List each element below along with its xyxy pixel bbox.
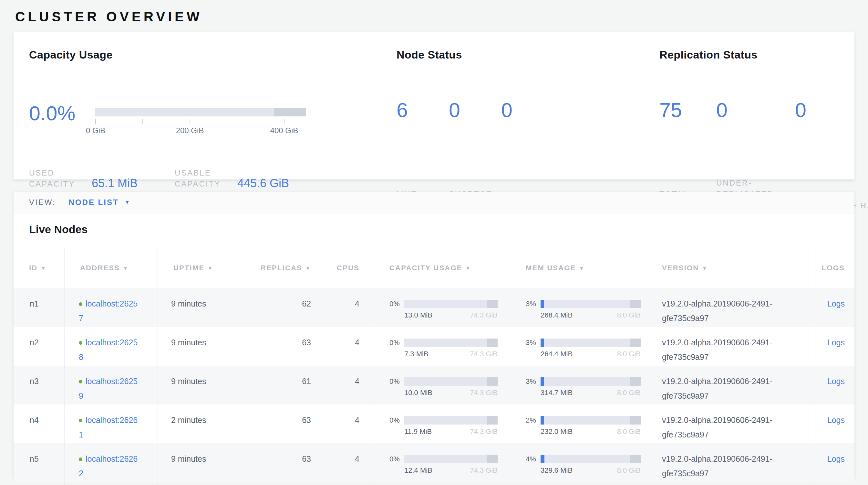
- capacity-bar-cap: [487, 377, 498, 386]
- capacity-gauge-bar-cap: [274, 108, 306, 116]
- capacity-bar: [404, 339, 498, 347]
- table-row: n4 localhost:26261 2 minutes 63 4 0% 11.…: [13, 404, 855, 443]
- node-id-cell: n4: [13, 404, 65, 443]
- mem-bar-cap: [630, 300, 641, 308]
- node-table-header: ID▼ ADDRESS▼ UPTIME▼ REPLICAS▼ CPUS CAPA…: [13, 248, 855, 288]
- sort-desc-icon: ▼: [123, 265, 128, 271]
- node-uptime-cell: 9 minutes: [158, 366, 236, 404]
- node-capacity-usage-cell: 0% 12.4 MiB 74.3 GiB: [374, 443, 510, 482]
- mem-bar: [540, 455, 641, 463]
- column-header-capacity-usage[interactable]: CAPACITY USAGE▼: [374, 248, 510, 288]
- mem-percent: 3%: [526, 296, 540, 311]
- node-logs-cell: Logs: [815, 404, 855, 443]
- node-replicas-cell: 62: [236, 288, 322, 327]
- node-status-title: Node Status: [397, 49, 655, 61]
- column-header-uptime[interactable]: UPTIME▼: [158, 248, 236, 288]
- live-nodes-title: Live Nodes: [29, 223, 855, 236]
- logs-link[interactable]: Logs: [827, 338, 845, 347]
- mem-used-label: 268.4 MiB: [540, 310, 572, 320]
- node-live-dot-icon: [79, 341, 82, 345]
- gauge-tick: [95, 119, 96, 124]
- mem-bar-fill: [540, 416, 544, 425]
- mem-max-label: 8.0 GiB: [617, 427, 641, 436]
- node-status-section: Node Status 6 LIVE NODES 0 SUSPECT NODES…: [397, 49, 655, 61]
- node-address-link[interactable]: localhost:26261: [79, 416, 137, 439]
- table-row: n2 localhost:26258 9 minutes 63 4 0% 7.3…: [13, 327, 855, 366]
- view-dropdown-value[interactable]: NODE LIST: [69, 198, 119, 207]
- sort-desc-icon: ▼: [702, 265, 708, 271]
- suspect-nodes-value: 0: [449, 98, 501, 121]
- node-address-cell: localhost:26261: [65, 404, 158, 443]
- used-capacity-value: 65.1 MiB: [92, 177, 137, 190]
- capacity-percent: 0%: [390, 452, 404, 466]
- node-version-cell: v19.2.0-alpha.20190606-2491-gfe735c9a97: [652, 327, 815, 366]
- node-address-link[interactable]: localhost:26262: [79, 454, 137, 478]
- capacity-used-label: 13.0 MiB: [404, 310, 432, 320]
- mem-max-label: 8.0 GiB: [617, 310, 641, 320]
- node-id-cell: n1: [13, 288, 65, 327]
- node-uptime-cell: 9 minutes: [158, 327, 236, 366]
- capacity-bar-cap: [487, 300, 498, 308]
- node-capacity-usage-cell: 0% 10.0 MiB 74.3 GiB: [374, 366, 510, 404]
- column-header-version[interactable]: VERSION▼: [652, 248, 815, 288]
- usable-capacity-stat: USABLE CAPACITY 445.6 GiB: [175, 168, 289, 190]
- logs-link[interactable]: Logs: [827, 454, 845, 463]
- capacity-bar: [404, 300, 498, 308]
- column-header-replicas[interactable]: REPLICAS▼: [236, 248, 322, 288]
- mem-bar-fill: [540, 455, 545, 463]
- capacity-bar: [404, 455, 498, 463]
- capacity-usage-section: Capacity Usage 0.0% 0 GiB 200 GiB 400 Gi…: [29, 49, 313, 61]
- gauge-tick: [284, 119, 284, 124]
- column-header-mem-usage[interactable]: MEM USAGE▼: [510, 248, 652, 288]
- sort-desc-icon: ▼: [41, 265, 46, 271]
- node-address-link[interactable]: localhost:26258: [79, 338, 137, 362]
- logs-link[interactable]: Logs: [827, 299, 845, 308]
- node-uptime-cell: 9 minutes: [158, 443, 236, 482]
- mem-used-label: 314.7 MiB: [540, 388, 572, 398]
- capacity-max-label: 74.3 GiB: [470, 427, 498, 436]
- node-replicas-cell: 61: [236, 366, 322, 404]
- column-header-id[interactable]: ID▼: [13, 248, 65, 288]
- used-capacity-stat: USED CAPACITY 65.1 MiB: [29, 168, 175, 190]
- capacity-max-label: 74.3 GiB: [470, 310, 498, 320]
- capacity-percent: 0%: [390, 413, 404, 427]
- node-uptime-cell: 9 minutes: [158, 288, 236, 327]
- node-version-cell: v19.2.0-alpha.20190606-2491-gfe735c9a97: [652, 404, 815, 443]
- table-row: n5 localhost:26262 9 minutes 63 4 0% 12.…: [13, 443, 855, 482]
- node-table-body: n1 localhost:26257 9 minutes 62 4 0% 13.…: [13, 288, 855, 482]
- node-cpus-cell: 4: [322, 443, 374, 482]
- node-mem-usage-cell: 4% 329.6 MiB 8.0 GiB: [510, 443, 652, 482]
- node-live-dot-icon: [79, 302, 82, 306]
- mem-bar-fill: [540, 377, 544, 386]
- node-capacity-usage-cell: 0% 7.3 MiB 74.3 GiB: [374, 327, 510, 366]
- node-version-cell: v19.2.0-alpha.20190606-2491-gfe735c9a97: [652, 366, 815, 404]
- sort-desc-icon: ▼: [466, 265, 471, 271]
- logs-link[interactable]: Logs: [827, 416, 845, 425]
- capacity-percent: 0%: [390, 374, 404, 389]
- node-mem-usage-cell: 3% 314.7 MiB 8.0 GiB: [510, 366, 652, 404]
- mem-bar-cap: [630, 416, 641, 425]
- node-address-link[interactable]: localhost:26259: [79, 377, 137, 400]
- node-version-cell: v19.2.0-alpha.20190606-2491-gfe735c9a97: [652, 443, 815, 482]
- mem-bar-cap: [630, 339, 641, 347]
- node-cpus-cell: 4: [322, 404, 374, 443]
- usable-capacity-value: 445.6 GiB: [237, 177, 289, 190]
- capacity-gauge-bar: [95, 108, 306, 116]
- logs-link[interactable]: Logs: [827, 377, 845, 386]
- capacity-bar-cap: [487, 339, 498, 347]
- node-address-cell: localhost:26262: [65, 443, 158, 482]
- view-bar: VIEW: NODE LIST ▼: [13, 192, 855, 213]
- capacity-bar-cap: [487, 455, 498, 463]
- capacity-used-label: 11.9 MiB: [404, 427, 432, 436]
- capacity-usage-title: Capacity Usage: [29, 49, 313, 61]
- node-cpus-cell: 4: [322, 366, 374, 404]
- node-capacity-usage-cell: 0% 13.0 MiB 74.3 GiB: [374, 288, 510, 327]
- chevron-down-icon[interactable]: ▼: [125, 199, 130, 206]
- view-dropdown[interactable]: NODE LIST ▼: [69, 198, 130, 207]
- mem-percent: 3%: [526, 374, 540, 389]
- node-mem-usage-cell: 3% 264.4 MiB 8.0 GiB: [510, 327, 652, 366]
- column-header-logs: LOGS: [815, 248, 855, 288]
- node-list-card: VIEW: NODE LIST ▼ Live Nodes ID▼ ADDRESS…: [13, 192, 855, 478]
- column-header-address[interactable]: ADDRESS▼: [65, 248, 158, 288]
- node-address-link[interactable]: localhost:26257: [79, 299, 137, 323]
